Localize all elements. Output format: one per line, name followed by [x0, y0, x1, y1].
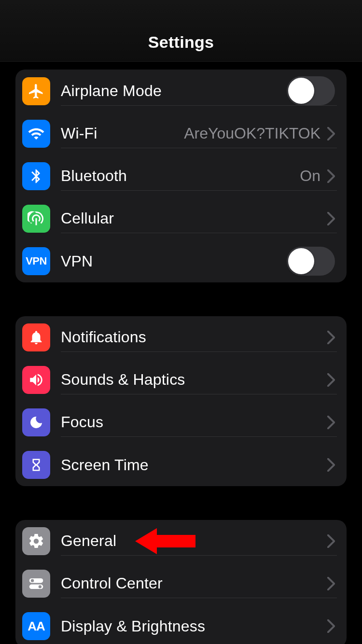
row-label: VPN — [61, 252, 287, 270]
row-label: General — [61, 532, 327, 550]
row-control-center[interactable]: Control Center — [15, 562, 347, 605]
chevron-right-icon — [327, 534, 335, 548]
group-connectivity: Airplane Mode Wi-Fi AreYouOK?TIKTOK Blue… — [15, 70, 347, 282]
row-label: Bluetooth — [61, 167, 300, 185]
chevron-right-icon — [327, 619, 335, 633]
hourglass-icon — [22, 451, 50, 479]
bell-icon — [22, 323, 50, 351]
row-label: Cellular — [61, 210, 327, 227]
row-label: Airplane Mode — [61, 82, 287, 100]
row-general[interactable]: General — [15, 520, 347, 562]
chevron-right-icon — [327, 169, 335, 183]
chevron-right-icon — [327, 458, 335, 472]
header: Settings — [0, 0, 362, 62]
row-label: Focus — [61, 413, 327, 431]
wifi-icon — [22, 120, 50, 148]
row-label: Display & Brightness — [61, 617, 327, 635]
chevron-right-icon — [327, 373, 335, 387]
row-display[interactable]: AA Display & Brightness — [15, 605, 347, 644]
row-vpn[interactable]: VPN VPN — [15, 240, 347, 282]
page-title: Settings — [148, 33, 214, 52]
chevron-right-icon — [327, 212, 335, 225]
svg-point-3 — [39, 585, 42, 588]
group-general: General Control Center AA Display & Brig… — [15, 520, 347, 644]
svg-point-1 — [31, 579, 34, 582]
row-notifications[interactable]: Notifications — [15, 316, 347, 359]
row-airplane-mode[interactable]: Airplane Mode — [15, 70, 347, 112]
group-notifications: Notifications Sounds & Haptics Focus — [15, 316, 347, 486]
cellular-icon — [22, 205, 50, 233]
settings-content: Airplane Mode Wi-Fi AreYouOK?TIKTOK Blue… — [0, 70, 362, 644]
row-focus[interactable]: Focus — [15, 401, 347, 444]
bluetooth-icon — [22, 162, 50, 190]
textsize-icon: AA — [22, 612, 50, 640]
airplane-toggle[interactable] — [287, 76, 335, 105]
row-cellular[interactable]: Cellular — [15, 197, 347, 240]
chevron-right-icon — [327, 331, 335, 344]
row-label: Wi-Fi — [61, 125, 184, 142]
row-sounds[interactable]: Sounds & Haptics — [15, 359, 347, 401]
chevron-right-icon — [327, 127, 335, 140]
row-screen-time[interactable]: Screen Time — [15, 444, 347, 486]
vpn-icon: VPN — [22, 247, 50, 275]
airplane-icon — [22, 77, 50, 105]
row-label: Sounds & Haptics — [61, 371, 327, 389]
bluetooth-value: On — [300, 167, 320, 185]
vpn-toggle[interactable] — [287, 247, 335, 276]
row-label: Control Center — [61, 574, 327, 592]
row-bluetooth[interactable]: Bluetooth On — [15, 155, 347, 197]
row-label: Screen Time — [61, 456, 327, 474]
speaker-icon — [22, 366, 50, 394]
chevron-right-icon — [327, 577, 335, 590]
gear-icon — [22, 527, 50, 555]
wifi-value: AreYouOK?TIKTOK — [184, 125, 320, 142]
switches-icon — [22, 570, 50, 598]
moon-icon — [22, 408, 50, 436]
row-wifi[interactable]: Wi-Fi AreYouOK?TIKTOK — [15, 112, 347, 155]
row-label: Notifications — [61, 328, 327, 346]
chevron-right-icon — [327, 416, 335, 429]
